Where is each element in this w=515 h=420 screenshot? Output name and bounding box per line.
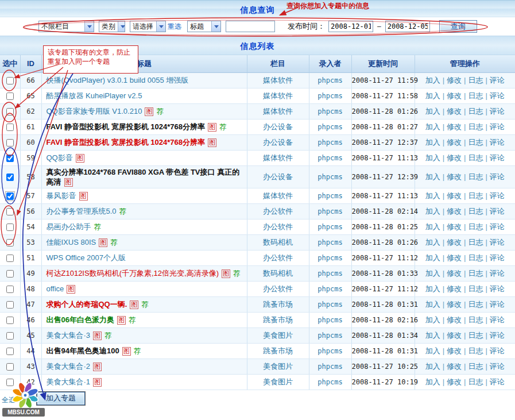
action-link-1[interactable]: 修改: [447, 207, 462, 215]
date-to-input[interactable]: [385, 21, 430, 32]
row-title-link[interactable]: 真实分辨率1024*768 FAVI880 XGA 带色差 TV接口 真正的高清: [47, 168, 240, 186]
row-checkbox[interactable]: [6, 208, 14, 215]
action-link-0[interactable]: 加入: [425, 346, 440, 355]
action-link-0[interactable]: 加入: [425, 172, 440, 181]
action-link-2[interactable]: 日志: [468, 300, 483, 309]
action-link-2[interactable]: 日志: [468, 191, 483, 200]
action-link-2[interactable]: 日志: [468, 377, 483, 386]
action-link-2[interactable]: 日志: [468, 107, 483, 115]
row-title-link[interactable]: 办公事务管理系统5.0: [47, 207, 117, 215]
action-link-3[interactable]: 评论: [490, 362, 505, 371]
row-checkbox[interactable]: [6, 139, 14, 147]
row-title-link[interactable]: 易画办公助手: [47, 222, 91, 231]
row-title-link[interactable]: QQ影音家族专用版 V1.0.210: [47, 107, 142, 115]
action-link-3[interactable]: 评论: [490, 91, 505, 100]
action-link-1[interactable]: 修改: [447, 222, 462, 231]
action-link-1[interactable]: 修改: [447, 76, 462, 84]
action-link-3[interactable]: 评论: [490, 238, 505, 246]
action-link-1[interactable]: 修改: [447, 153, 462, 162]
row-checkbox[interactable]: [6, 270, 14, 278]
action-link-2[interactable]: 日志: [468, 315, 483, 324]
row-checkbox[interactable]: [6, 77, 14, 84]
row-title-link[interactable]: WPS Office 2007个人版: [47, 253, 126, 262]
action-link-2[interactable]: 日志: [468, 284, 483, 293]
row-checkbox[interactable]: [6, 155, 14, 162]
row-title-link[interactable]: office: [47, 284, 64, 293]
row-title-link[interactable]: 美食大集合·3: [47, 331, 91, 340]
type-select[interactable]: 类别: [99, 21, 125, 32]
action-link-3[interactable]: 评论: [490, 153, 505, 162]
keyword-input[interactable]: [226, 21, 275, 32]
row-title-link[interactable]: 佳能IXUS 80IS: [47, 238, 96, 246]
row-title-link[interactable]: 快播(QvodPlayer) v3.0.1 build 0055 增强版: [47, 76, 189, 84]
action-link-1[interactable]: 修改: [447, 107, 462, 115]
row-checkbox[interactable]: [6, 255, 14, 262]
row-checkbox[interactable]: [6, 286, 14, 293]
row-title-link[interactable]: QQ影音: [47, 153, 73, 162]
action-link-3[interactable]: 评论: [490, 300, 505, 309]
special-select[interactable]: 请选择: [130, 21, 166, 32]
action-link-3[interactable]: 评论: [490, 122, 505, 131]
action-link-3[interactable]: 评论: [490, 207, 505, 215]
action-link-1[interactable]: 修改: [447, 172, 462, 181]
select-all-toggle[interactable]: 全选/取消: [2, 395, 31, 405]
row-title-link[interactable]: 暴风影音: [47, 191, 76, 200]
action-link-0[interactable]: 加入: [425, 107, 440, 115]
action-link-0[interactable]: 加入: [425, 238, 440, 246]
row-checkbox[interactable]: [6, 224, 14, 231]
action-link-0[interactable]: 加入: [425, 315, 440, 324]
row-title-link[interactable]: FAVI 静音型投影机 宽屏投影机 1024*768分辨率: [47, 138, 205, 147]
action-link-3[interactable]: 评论: [490, 172, 505, 181]
row-checkbox[interactable]: [6, 301, 14, 309]
row-title-link[interactable]: 酷黑播放器 KuheiPlayer v2.5: [47, 91, 142, 100]
field-select[interactable]: 标题: [187, 21, 221, 32]
action-link-0[interactable]: 加入: [425, 222, 440, 231]
action-link-2[interactable]: 日志: [468, 238, 483, 246]
action-link-3[interactable]: 评论: [490, 191, 505, 200]
action-link-0[interactable]: 加入: [425, 284, 440, 293]
action-link-1[interactable]: 修改: [447, 238, 462, 246]
action-link-1[interactable]: 修改: [447, 138, 462, 147]
row-checkbox[interactable]: [6, 192, 14, 200]
action-link-1[interactable]: 修改: [447, 377, 462, 386]
action-link-3[interactable]: 评论: [490, 284, 505, 293]
action-link-2[interactable]: 日志: [468, 346, 483, 355]
row-title-link[interactable]: FAVI 静音型投影机 宽屏投影机 1024*768分辨率: [47, 122, 205, 131]
date-from-input[interactable]: [328, 21, 373, 32]
action-link-3[interactable]: 评论: [490, 315, 505, 324]
action-link-0[interactable]: 加入: [425, 91, 440, 100]
action-link-0[interactable]: 加入: [425, 362, 440, 371]
row-title-link[interactable]: 柯达Z1012IS数码相机(千万象素,12倍光变,高清录像): [47, 269, 219, 278]
row-checkbox[interactable]: [6, 108, 14, 115]
reselect-link[interactable]: 重选: [168, 22, 181, 32]
row-checkbox[interactable]: [6, 332, 14, 340]
action-link-2[interactable]: 日志: [468, 138, 483, 147]
action-link-0[interactable]: 加入: [425, 377, 440, 386]
action-link-2[interactable]: 日志: [468, 172, 483, 181]
row-checkbox[interactable]: [6, 174, 14, 181]
row-checkbox[interactable]: [6, 239, 14, 246]
row-title-link[interactable]: 美食大集合·1: [47, 377, 91, 386]
row-checkbox[interactable]: [6, 124, 14, 131]
action-link-1[interactable]: 修改: [447, 300, 462, 309]
action-link-2[interactable]: 日志: [468, 207, 483, 215]
action-link-1[interactable]: 修改: [447, 331, 462, 340]
action-link-2[interactable]: 日志: [468, 222, 483, 231]
action-link-2[interactable]: 日志: [468, 76, 483, 84]
action-link-1[interactable]: 修改: [447, 315, 462, 324]
action-link-0[interactable]: 加入: [425, 331, 440, 340]
action-link-3[interactable]: 评论: [490, 269, 505, 278]
action-link-0[interactable]: 加入: [425, 207, 440, 215]
action-link-0[interactable]: 加入: [425, 76, 440, 84]
search-button[interactable]: 查询: [439, 20, 477, 33]
row-title-link[interactable]: 出售94年黑色奥迪100: [47, 346, 119, 355]
row-checkbox[interactable]: [6, 363, 14, 371]
action-link-0[interactable]: 加入: [425, 300, 440, 309]
action-link-3[interactable]: 评论: [490, 331, 505, 340]
action-link-3[interactable]: 评论: [490, 377, 505, 386]
action-link-0[interactable]: 加入: [425, 191, 440, 200]
row-title-link[interactable]: 求购个人的奇瑞QQ一辆.: [47, 300, 127, 309]
add-to-special-button[interactable]: 加入专题: [37, 392, 85, 405]
action-link-1[interactable]: 修改: [447, 362, 462, 371]
action-link-1[interactable]: 修改: [447, 122, 462, 131]
